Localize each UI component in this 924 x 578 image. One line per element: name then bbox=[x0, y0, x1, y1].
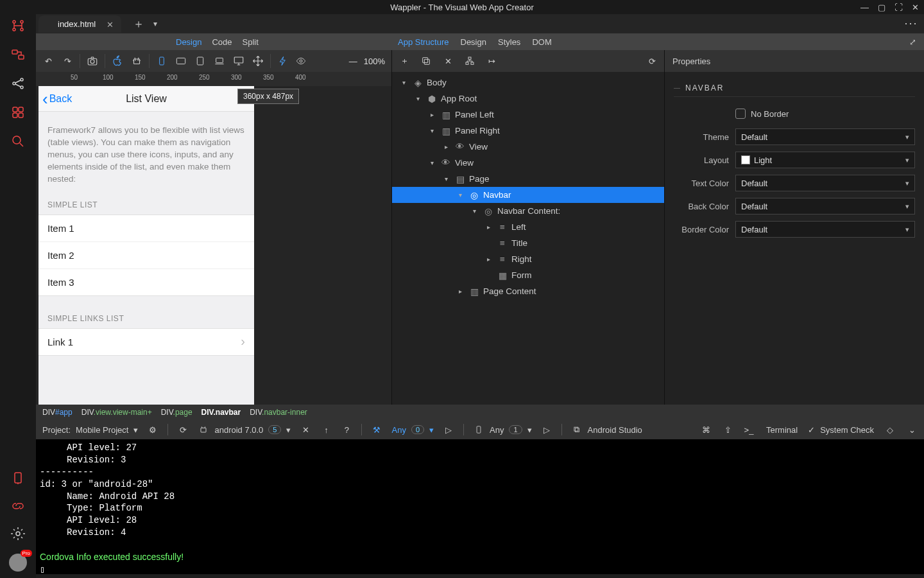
grid-icon[interactable] bbox=[10, 105, 26, 122]
refresh-icon[interactable]: ⟳ bbox=[646, 55, 658, 67]
undo-icon[interactable]: ↶ bbox=[42, 55, 54, 67]
restore-icon[interactable]: ▢ bbox=[878, 3, 886, 12]
textcolor-select[interactable]: Default bbox=[735, 175, 915, 191]
key-icon[interactable]: ⌘ bbox=[701, 424, 712, 435]
terminal-label[interactable]: Terminal bbox=[766, 425, 798, 435]
play-icon[interactable]: ▷ bbox=[443, 424, 454, 435]
tablet-landscape-icon[interactable] bbox=[175, 55, 187, 67]
mode-app-structure[interactable]: App Structure bbox=[398, 37, 449, 47]
tree-node[interactable]: ▾◎Navbar bbox=[392, 187, 664, 203]
tree-node[interactable]: ▸≡Left bbox=[392, 219, 664, 235]
mode-styles[interactable]: Styles bbox=[498, 37, 520, 47]
project-settings-icon[interactable]: ⚙ bbox=[147, 424, 158, 435]
help-icon[interactable]: ? bbox=[341, 424, 352, 435]
move-icon[interactable] bbox=[252, 55, 264, 67]
mode-code[interactable]: Code bbox=[212, 37, 232, 47]
studio-icon[interactable]: ⧉ bbox=[571, 424, 583, 435]
apple-icon[interactable] bbox=[112, 55, 123, 67]
check-icon[interactable]: ✓ bbox=[808, 425, 815, 435]
export-icon[interactable]: ↦ bbox=[486, 55, 497, 67]
phone-icon[interactable] bbox=[156, 55, 167, 67]
laptop-icon[interactable] bbox=[214, 55, 225, 67]
tree-node[interactable]: ▾◈Body bbox=[392, 74, 664, 91]
list-item[interactable]: Item 3 bbox=[38, 269, 254, 295]
mode-dom[interactable]: DOM bbox=[532, 37, 551, 47]
close-icon[interactable]: ✕ bbox=[300, 424, 311, 435]
file-tab[interactable]: index.html ✕ bbox=[38, 15, 121, 33]
theme-select[interactable]: Default bbox=[735, 128, 915, 145]
new-tab-icon[interactable]: ＋ bbox=[133, 16, 144, 31]
android-status-icon[interactable] bbox=[198, 424, 209, 435]
syscheck-label[interactable]: System Check bbox=[820, 425, 874, 435]
delete-icon[interactable]: ✕ bbox=[442, 55, 454, 67]
maximize-icon[interactable]: ⛶ bbox=[894, 3, 903, 12]
up-icon[interactable]: ↑ bbox=[320, 424, 332, 435]
tree-node[interactable]: ▸≡Right bbox=[392, 251, 664, 267]
collapse-panels-icon[interactable]: ⤢ bbox=[909, 37, 916, 47]
platform-value[interactable]: android 7.0.0 bbox=[214, 425, 263, 435]
device-dropdown-icon[interactable]: ▾ bbox=[527, 425, 532, 435]
mode-split[interactable]: Split bbox=[243, 37, 259, 47]
add-icon[interactable]: ＋ bbox=[398, 55, 410, 67]
redo-icon[interactable]: ↷ bbox=[62, 55, 73, 67]
more-icon[interactable]: ⋮ bbox=[903, 17, 919, 31]
tree-node[interactable]: ▾▥Panel Right bbox=[392, 123, 664, 139]
list-item[interactable]: Item 1 bbox=[38, 215, 254, 242]
share-icon[interactable] bbox=[10, 76, 26, 93]
layout-select[interactable]: Light bbox=[735, 152, 915, 168]
list-item[interactable]: Item 2 bbox=[38, 242, 254, 269]
backcolor-select[interactable]: Default bbox=[735, 198, 915, 215]
minimize-icon[interactable]: — bbox=[860, 3, 869, 12]
tree-node[interactable]: ▦Form bbox=[392, 267, 664, 283]
tree-node[interactable]: ▾▤Page bbox=[392, 171, 664, 187]
device-target[interactable]: Any bbox=[490, 425, 504, 435]
mode-design[interactable]: Design bbox=[176, 37, 201, 47]
list-item[interactable]: Link 1 bbox=[38, 329, 254, 355]
link-icon[interactable] bbox=[10, 498, 26, 516]
run-dropdown-icon[interactable]: ▾ bbox=[429, 425, 434, 435]
terminal-icon[interactable]: >_ bbox=[744, 425, 754, 435]
camera-icon[interactable] bbox=[87, 55, 98, 67]
mode-design2[interactable]: Design bbox=[461, 37, 486, 47]
element-breadcrumb[interactable]: DIV#appDIV.view.view-main+DIV.pageDIV.na… bbox=[36, 405, 924, 420]
settings-icon[interactable] bbox=[10, 526, 26, 543]
close-icon[interactable]: ✕ bbox=[912, 3, 919, 12]
platform-dropdown-icon[interactable]: ▾ bbox=[286, 425, 291, 435]
run-icon[interactable]: ▷ bbox=[541, 424, 552, 435]
lightning-icon[interactable] bbox=[277, 55, 289, 67]
tab-close-icon[interactable]: ✕ bbox=[107, 20, 114, 30]
eye-icon[interactable] bbox=[295, 55, 307, 67]
tree-node[interactable]: ▾⬢App Root bbox=[392, 91, 664, 107]
sync-icon[interactable]: ⟳ bbox=[177, 424, 189, 435]
build-icon[interactable]: ⚒ bbox=[371, 424, 382, 435]
run-target[interactable]: Any bbox=[391, 425, 406, 435]
tree-node[interactable]: ▾👁View bbox=[392, 155, 664, 171]
tree-node[interactable]: ▾◎Navbar Content: bbox=[392, 203, 664, 219]
back-button[interactable]: Back bbox=[42, 93, 72, 105]
terminal-output[interactable]: API level: 27 Revision: 3 ---------- id:… bbox=[36, 439, 924, 574]
android-icon[interactable] bbox=[131, 55, 142, 67]
search-icon[interactable] bbox=[10, 134, 26, 151]
upload-icon[interactable]: ⇧ bbox=[723, 424, 734, 435]
zoom-out-icon[interactable]: — bbox=[349, 57, 357, 66]
flow-icon[interactable] bbox=[10, 47, 26, 64]
structure-tree[interactable]: ▾◈Body▾⬢App Root▸▥Panel Left▾▥Panel Righ… bbox=[392, 72, 664, 405]
sitemap-icon[interactable] bbox=[10, 18, 26, 35]
tree-node[interactable]: ▸▥Page Content bbox=[392, 283, 664, 299]
tree-node[interactable]: ≡Title bbox=[392, 235, 664, 251]
android-studio-label[interactable]: Android Studio bbox=[588, 425, 642, 435]
project-dropdown-icon[interactable]: ▾ bbox=[133, 425, 138, 435]
tree-node[interactable]: ▸▥Panel Left bbox=[392, 107, 664, 123]
desktop-icon[interactable] bbox=[233, 55, 244, 67]
copy-icon[interactable] bbox=[420, 55, 432, 67]
avatar[interactable] bbox=[9, 554, 27, 572]
hierarchy-icon[interactable] bbox=[464, 55, 475, 67]
project-name[interactable]: Mobile Project bbox=[76, 425, 128, 435]
tab-dropdown-icon[interactable]: ▾ bbox=[153, 19, 157, 28]
erase-icon[interactable]: ◇ bbox=[884, 424, 896, 435]
tree-node[interactable]: ▸👁View bbox=[392, 139, 664, 155]
tablet-portrait-icon[interactable] bbox=[194, 55, 206, 67]
no-border-checkbox[interactable] bbox=[735, 109, 746, 119]
chevron-down-icon[interactable]: ⌄ bbox=[906, 424, 918, 435]
device-icon[interactable] bbox=[10, 471, 26, 488]
